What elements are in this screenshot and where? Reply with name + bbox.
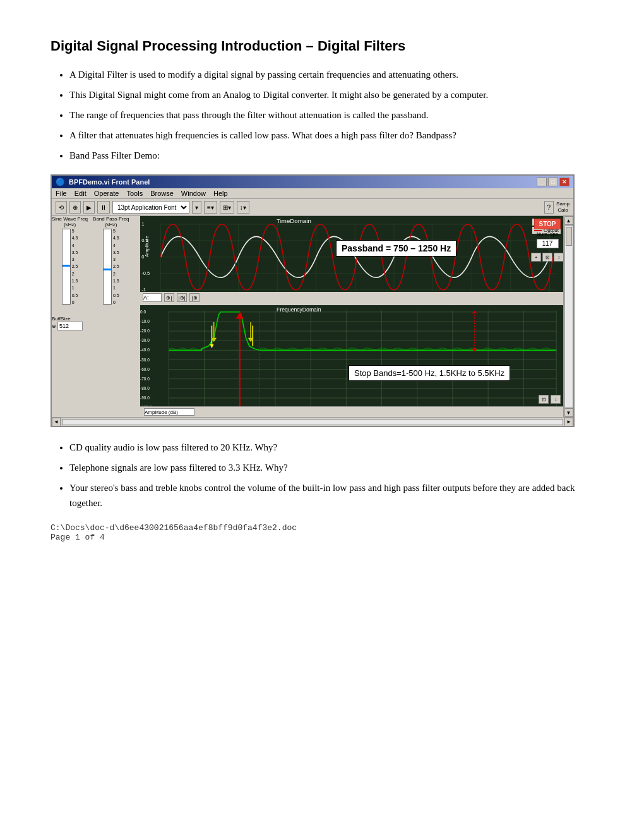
titlebar: 🔵 BPFDemo.vi Front Panel _ □ ✕ <box>52 176 573 188</box>
buff-size-group: BuffSize ⊕ <box>52 312 138 330</box>
sine-wave-slider[interactable] <box>62 229 71 305</box>
toolbar-refresh[interactable]: ⊕ <box>69 201 81 214</box>
menu-help[interactable]: Help <box>213 190 228 197</box>
footer-bullet-1: CD quality audio is low pass filtered to… <box>69 440 593 455</box>
zoom-fit[interactable]: ⊡ <box>542 253 552 262</box>
time-input-a[interactable] <box>143 293 162 302</box>
buff-size-input[interactable] <box>57 322 83 330</box>
toolbar-zoom[interactable]: ▾ <box>192 201 201 214</box>
page-title: Digital Signal Processing Introduction –… <box>51 38 593 54</box>
font-select[interactable]: 13pt Application Font <box>112 201 189 214</box>
svg-text:0.0: 0.0 <box>140 310 146 314</box>
toolbar-reorder[interactable]: ↕▾ <box>237 201 249 214</box>
minimize-button[interactable]: _ <box>537 178 547 186</box>
svg-text:-100.0: -100.0 <box>140 405 152 406</box>
time-ctrl-3[interactable]: |⊕ <box>189 293 200 302</box>
menu-edit[interactable]: Edit <box>75 190 86 197</box>
toolbar-align[interactable]: ≡▾ <box>204 201 217 214</box>
hscroll-track[interactable] <box>62 419 563 425</box>
scroll-right[interactable]: ► <box>564 418 573 426</box>
svg-text:-30.0: -30.0 <box>140 338 150 342</box>
zoom-plus[interactable]: + <box>531 253 541 262</box>
bullet-5: Band Pass Filter Demo: <box>69 148 593 163</box>
bullet-1: A Digital Filter is used to modify a dig… <box>69 67 593 82</box>
scroll-up[interactable]: ▲ <box>564 216 573 225</box>
passband-text: Passband = 750 – 1250 Hz <box>342 243 451 253</box>
maximize-button[interactable]: □ <box>548 178 558 186</box>
menu-operate[interactable]: Operate <box>94 190 119 197</box>
svg-text:-60.0: -60.0 <box>140 367 150 372</box>
left-panel: Sine Wave Freq(kHz) 54.543.53 2.521.510.… <box>52 216 140 417</box>
freq-ctrl-2[interactable]: ↕ <box>551 395 561 404</box>
toolbar: ⟲ ⊕ ▶ ⏸ 13pt Application Font ▾ ≡▾ ⊞▾ ↕▾… <box>52 199 573 216</box>
menu-browse[interactable]: Browse <box>150 190 174 197</box>
scroll-thumb[interactable] <box>566 227 572 246</box>
scroll-left[interactable]: ◄ <box>52 418 61 426</box>
page-info: Page 1 of 4 <box>51 533 593 542</box>
sine-wave-ticks: 54.543.53 2.521.510.50 <box>72 229 78 305</box>
svg-rect-36 <box>140 305 563 406</box>
time-controls: ⊕| |⊕| |⊕ <box>140 292 563 303</box>
svg-text:-0.5: -0.5 <box>141 270 150 276</box>
time-ctrl-1[interactable]: ⊕| <box>164 293 174 302</box>
right-scrollbar: ▲ ▼ <box>563 216 573 417</box>
time-domain-container: 1 0.5 0 -0.5 -1 0 0.001 0.002 0.003 0.00… <box>140 216 563 303</box>
menu-tools[interactable]: Tools <box>126 190 143 197</box>
zoom-minus[interactable]: ↕ <box>554 253 564 262</box>
buff-size-label: BuffSize <box>52 316 138 322</box>
sliders-row: Sine Wave Freq(kHz) 54.543.53 2.521.510.… <box>52 216 138 305</box>
status-input[interactable] <box>144 408 194 416</box>
freq-domain-plot: 0.0 -10.0 -20.0 -30.0 -40.0 -50.0 -60.0 … <box>140 305 563 406</box>
toolbar-pause[interactable]: ⏸ <box>97 201 110 214</box>
stop-button[interactable]: STOP <box>534 219 560 229</box>
time-ctrl-2[interactable]: |⊕| <box>177 293 187 302</box>
titlebar-text: BPFDemo.vi Front Panel <box>69 178 150 186</box>
file-path: C:\Docs\doc-d\d6ee430021656aa4ef8bff9d0f… <box>51 523 593 533</box>
svg-text:Amplitude: Amplitude <box>144 236 150 257</box>
close-button[interactable]: ✕ <box>559 178 569 186</box>
svg-text:1: 1 <box>141 221 144 227</box>
bullet-3: The range of frequencies that pass throu… <box>69 107 593 123</box>
stop-bands-text: Stop Bands=1-500 Hz, 1.5KHz to 5.5KHz <box>354 368 504 378</box>
right-panel: 1 0.5 0 -0.5 -1 0 0.001 0.002 0.003 0.00… <box>140 216 563 417</box>
svg-text:TimeDomain: TimeDomain <box>277 217 311 224</box>
toolbar-help-btn[interactable]: ? <box>544 201 554 214</box>
freq-ctrl-1[interactable]: ⊡ <box>539 395 549 404</box>
footer-bullet-2: Telephone signals are low pass filtered … <box>69 460 593 475</box>
band-pass-slider-group: Band Pass Freq(kHz) 54.543.53 2.521.510.… <box>93 216 129 305</box>
svg-text:FrequencyDomain: FrequencyDomain <box>277 306 321 313</box>
svg-text:-50.0: -50.0 <box>140 358 150 362</box>
svg-text:-90.0: -90.0 <box>140 396 150 400</box>
sine-wave-label: Sine Wave Freq(kHz) <box>52 216 88 227</box>
freq-right-controls: ⊡ ↕ <box>539 395 561 404</box>
bullet-list: A Digital Filter is used to modify a dig… <box>69 67 593 163</box>
svg-text:-1: -1 <box>141 287 146 292</box>
toolbar-distribute[interactable]: ⊞▾ <box>220 201 234 214</box>
menu-window[interactable]: Window <box>181 190 206 197</box>
footer: C:\Docs\doc-d\d6ee430021656aa4ef8bff9d0f… <box>51 523 593 542</box>
band-pass-label: Band Pass Freq(kHz) <box>93 216 129 227</box>
svg-text:-70.0: -70.0 <box>140 377 150 381</box>
svg-text:-20.0: -20.0 <box>140 329 150 333</box>
zoom-controls: + ⊡ ↕ <box>531 253 564 262</box>
band-pass-ticks: 54.543.53 2.521.510.50 <box>113 229 119 305</box>
toolbar-back[interactable]: ⟲ <box>56 201 67 214</box>
footer-bullet-3: Your stereo's bass and treble knobs cont… <box>69 480 593 511</box>
bottom-scrollbar: ◄ ► <box>52 417 573 426</box>
bullet-2: This Digital Signal might come from an A… <box>69 87 593 102</box>
passband-box: Passband = 750 – 1250 Hz <box>336 240 456 257</box>
main-content-area: Sine Wave Freq(kHz) 54.543.53 2.521.510.… <box>52 216 573 417</box>
svg-text:-80.0: -80.0 <box>140 386 150 390</box>
sine-wave-slider-group: Sine Wave Freq(kHz) 54.543.53 2.521.510.… <box>52 216 88 305</box>
stop-numtaps-panel: STOP NumTaps 117 + ⊡ ↕ <box>532 216 563 264</box>
band-pass-slider[interactable] <box>103 229 112 305</box>
footer-bullet-list: CD quality audio is low pass filtered to… <box>69 440 593 511</box>
menu-file[interactable]: File <box>56 190 67 197</box>
toolbar-run[interactable]: ▶ <box>83 201 95 214</box>
scroll-down[interactable]: ▼ <box>564 408 573 417</box>
scroll-track[interactable] <box>564 225 573 408</box>
buff-icon: ⊕ <box>52 323 56 329</box>
screenshot-window: 🔵 BPFDemo.vi Front Panel _ □ ✕ File Edit… <box>51 174 575 427</box>
bullet-4: A filter that attenuates high frequencie… <box>69 128 593 143</box>
svg-text:-40.0: -40.0 <box>140 348 150 352</box>
